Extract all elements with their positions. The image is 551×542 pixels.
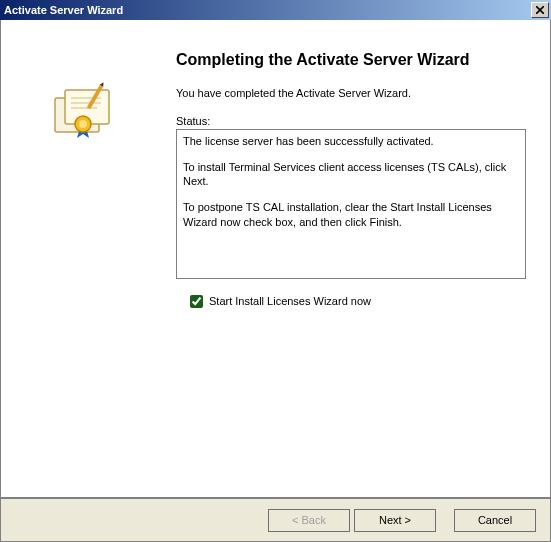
back-button: < Back xyxy=(268,509,350,532)
status-label: Status: xyxy=(176,115,526,127)
nav-button-group: < Back Next > xyxy=(268,509,436,532)
titlebar-buttons xyxy=(531,0,551,20)
cancel-button[interactable]: Cancel xyxy=(454,509,536,532)
status-line: To postpone TS CAL installation, clear t… xyxy=(183,200,519,230)
wizard-body: Completing the Activate Server Wizard Yo… xyxy=(0,20,551,498)
start-wizard-checkbox-row[interactable]: Start Install Licenses Wizard now xyxy=(176,295,526,308)
window-title: Activate Server Wizard xyxy=(4,4,123,16)
status-box: The license server has been successfully… xyxy=(176,129,526,279)
left-panel xyxy=(1,20,166,497)
checkbox-label: Start Install Licenses Wizard now xyxy=(209,295,371,307)
certificate-icon xyxy=(49,80,119,150)
right-panel: Completing the Activate Server Wizard Yo… xyxy=(166,20,550,497)
page-heading: Completing the Activate Server Wizard xyxy=(176,50,526,71)
start-wizard-checkbox[interactable] xyxy=(190,295,203,308)
titlebar: Activate Server Wizard xyxy=(0,0,551,20)
svg-point-11 xyxy=(79,120,87,128)
close-icon xyxy=(536,6,544,14)
status-line: The license server has been successfully… xyxy=(183,134,519,149)
page-subtext: You have completed the Activate Server W… xyxy=(176,87,526,99)
close-button[interactable] xyxy=(531,2,549,18)
next-button[interactable]: Next > xyxy=(354,509,436,532)
button-bar: < Back Next > Cancel xyxy=(0,498,551,542)
status-line: To install Terminal Services client acce… xyxy=(183,160,519,190)
